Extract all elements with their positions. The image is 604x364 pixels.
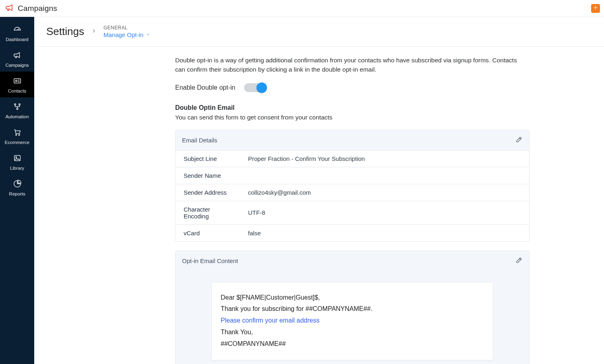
cell-label: vCard <box>176 224 240 241</box>
sidebar-item-label: Library <box>10 166 24 171</box>
megaphone-icon <box>5 3 14 14</box>
sidebar-item-library[interactable]: Library <box>0 149 34 175</box>
plus-icon <box>593 5 598 12</box>
page-title: Settings <box>46 25 84 38</box>
sidebar: Dashboard Campaigns Contacts Automation … <box>0 17 34 364</box>
chevron-down-icon <box>146 31 151 38</box>
gauge-icon <box>13 25 22 35</box>
enable-optin-label: Enable Double opt-in <box>175 84 235 91</box>
table-row: Subject Line Proper Fraction - Confirm Y… <box>176 150 529 167</box>
confirm-email-link[interactable]: Please confirm your email address <box>221 317 319 324</box>
create-button[interactable] <box>591 4 600 13</box>
email-signoff: Thank You, <box>221 327 484 338</box>
intro-text: Double opt-in is a way of getting additi… <box>175 56 525 74</box>
cell-label: Subject Line <box>176 150 240 167</box>
cell-label: Sender Name <box>176 167 240 184</box>
breadcrumb: Settings GENERAL Manage Opt-in <box>34 17 604 47</box>
breadcrumb-category: GENERAL <box>103 25 151 31</box>
cell-value: collizo4sky@gmail.com <box>240 184 529 201</box>
edit-icon[interactable] <box>515 257 523 265</box>
cell-value <box>240 167 529 184</box>
enable-optin-toggle[interactable] <box>244 83 266 92</box>
sidebar-item-label: Ecommerce <box>5 140 29 145</box>
email-details-table: Subject Line Proper Fraction - Confirm Y… <box>176 150 529 241</box>
sidebar-item-campaigns[interactable]: Campaigns <box>0 46 34 72</box>
sidebar-item-automation[interactable]: Automation <box>0 97 34 123</box>
table-row: Sender Name <box>176 167 529 184</box>
breadcrumb-page-dropdown[interactable]: Manage Opt-in <box>103 31 151 38</box>
sidebar-item-label: Automation <box>5 114 29 119</box>
cell-label: Sender Address <box>176 184 240 201</box>
sidebar-item-ecommerce[interactable]: Ecommerce <box>0 123 34 149</box>
image-icon <box>13 154 22 163</box>
chevron-right-icon <box>91 28 96 35</box>
app-name: Campaigns <box>18 4 57 13</box>
sidebar-item-contacts[interactable]: Contacts <box>0 72 34 97</box>
cell-label: Character Encoding <box>176 201 240 224</box>
email-content-panel: Opt-in Email Content Dear $[FNAME|Custom… <box>175 251 530 364</box>
section-subtitle: You can send this form to get consent fr… <box>175 114 530 121</box>
cell-value: false <box>240 224 529 241</box>
table-row: vCard false <box>176 224 529 241</box>
svg-point-3 <box>19 104 20 105</box>
sidebar-item-label: Campaigns <box>5 63 29 68</box>
cell-value: Proper Fraction - Confirm Your Subscript… <box>240 150 529 167</box>
section-title: Double Optin Email <box>175 104 530 111</box>
email-company-token: ##COMPANYNAME## <box>221 338 484 350</box>
email-line-thank-sub: Thank you for subscribing for ##COMPANYN… <box>221 303 484 315</box>
topbar: Campaigns <box>0 0 604 17</box>
megaphone-icon <box>13 51 22 60</box>
svg-point-5 <box>15 134 17 136</box>
sidebar-item-reports[interactable]: Reports <box>0 175 34 200</box>
email-greeting: Dear $[FNAME|Customer|Guest]$, <box>221 292 484 304</box>
table-row: Sender Address collizo4sky@gmail.com <box>176 184 529 201</box>
table-row: Character Encoding UTF-8 <box>176 201 529 224</box>
email-details-panel: Email Details Subject Line Proper Fracti… <box>175 130 530 242</box>
flow-icon <box>13 102 22 112</box>
main: Settings GENERAL Manage Opt-in Double op… <box>34 17 604 364</box>
svg-point-1 <box>15 80 17 82</box>
cart-icon <box>13 128 22 138</box>
svg-rect-0 <box>14 79 21 83</box>
svg-point-6 <box>19 134 20 136</box>
svg-point-8 <box>15 157 17 158</box>
pie-icon <box>13 179 22 189</box>
svg-point-4 <box>17 108 18 110</box>
sidebar-item-label: Reports <box>9 191 25 196</box>
sidebar-item-label: Contacts <box>8 88 26 93</box>
sidebar-item-label: Dashboard <box>6 37 28 42</box>
svg-point-2 <box>14 104 16 105</box>
brand: Campaigns <box>5 3 57 14</box>
id-card-icon <box>13 76 22 86</box>
cell-value: UTF-8 <box>240 201 529 224</box>
edit-icon[interactable] <box>515 136 523 144</box>
sidebar-item-dashboard[interactable]: Dashboard <box>0 20 34 46</box>
email-preview-card: Dear $[FNAME|Customer|Guest]$, Thank you… <box>211 282 493 361</box>
email-details-title: Email Details <box>182 137 217 144</box>
breadcrumb-page-label: Manage Opt-in <box>103 31 143 38</box>
toggle-knob <box>256 82 267 93</box>
email-content-title: Opt-in Email Content <box>182 257 238 264</box>
